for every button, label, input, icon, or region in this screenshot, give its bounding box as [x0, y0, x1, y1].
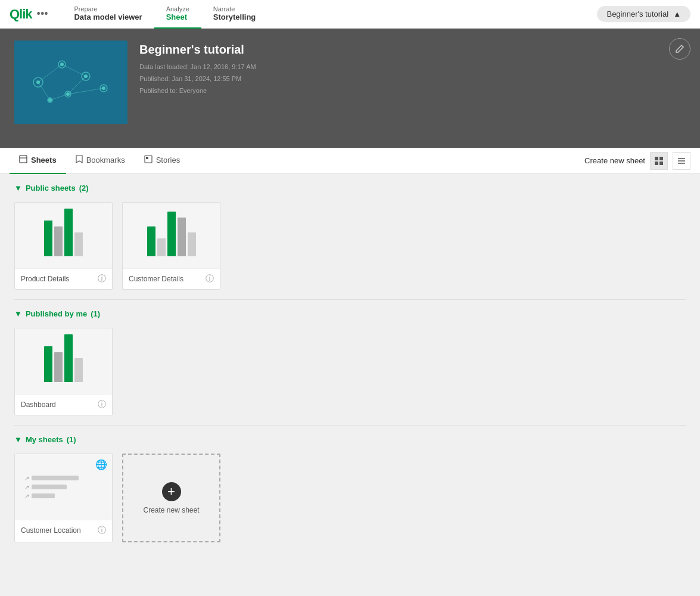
bar — [64, 334, 73, 382]
published-by-me-header[interactable]: ▼ Published by me (1) — [14, 309, 686, 318]
svg-point-17 — [102, 86, 105, 90]
dashboard-chart — [32, 340, 95, 382]
customer-location-thumbnail: 🌐 ↗ ↗ ↗ — [15, 454, 112, 520]
published-by-me-label: Published by me — [26, 309, 87, 318]
dashboard-info-icon[interactable]: ⓘ — [98, 399, 106, 410]
public-sheets-header[interactable]: ▼ Public sheets (2) — [14, 184, 686, 193]
nav-label-prepare: Prepare — [74, 5, 142, 13]
nav-dots[interactable]: ••• — [37, 8, 48, 20]
dashboard-name: Dashboard — [21, 401, 56, 409]
header-info: Beginner's tutorial Data last loaded: Ja… — [139, 41, 256, 97]
top-nav: Qlik ••• Prepare Data model viewer Analy… — [0, 0, 700, 29]
svg-rect-25 — [655, 162, 658, 165]
bar — [64, 209, 73, 256]
nav-section-narrate[interactable]: Narrate Storytelling — [201, 0, 268, 29]
svg-point-16 — [66, 92, 70, 96]
tutorial-pill-arrow: ▲ — [673, 10, 681, 18]
my-sheets-arrow: ▼ — [14, 435, 22, 444]
product-details-chart — [32, 215, 95, 256]
tutorial-pill[interactable]: Beginner's tutorial ▲ — [597, 6, 690, 22]
bookmarks-icon — [76, 155, 83, 165]
thumb-bar-2 — [32, 485, 67, 489]
create-new-sheet-label: Create new sheet — [143, 506, 199, 514]
svg-rect-19 — [20, 156, 27, 163]
customer-details-thumbnail — [123, 203, 220, 268]
customer-details-chart — [135, 215, 208, 256]
header-title: Beginner's tutorial — [139, 43, 256, 57]
edit-button[interactable] — [669, 38, 690, 60]
svg-point-13 — [36, 80, 40, 84]
public-sheets-arrow: ▼ — [14, 184, 22, 193]
tab-sheets[interactable]: Sheets — [10, 148, 66, 174]
sheet-card-customer-location[interactable]: 🌐 ↗ ↗ ↗ — [14, 454, 113, 542]
nav-label-narrate: Narrate — [213, 5, 256, 13]
product-details-thumbnail — [15, 203, 112, 268]
bar — [167, 212, 176, 256]
bar — [74, 358, 83, 382]
tab-stories-label: Stories — [156, 156, 180, 164]
dashboard-footer: Dashboard ⓘ — [15, 394, 112, 415]
svg-rect-24 — [659, 157, 663, 160]
sheet-card-dashboard[interactable]: Dashboard ⓘ — [14, 328, 113, 415]
nav-section-analyze[interactable]: Analyze Sheet — [154, 0, 201, 29]
divider-1 — [14, 299, 686, 300]
header-meta: Data last loaded: Jan 12, 2016, 9:17 AM … — [139, 61, 256, 97]
my-sheets-cards: 🌐 ↗ ↗ ↗ — [14, 454, 686, 542]
row-icon-1: ↗ — [24, 475, 29, 482]
tabs-bar: Sheets Bookmarks Stories Create new shee… — [0, 148, 700, 174]
header-data-loaded: Data last loaded: Jan 12, 2016, 9:17 AM — [139, 61, 256, 73]
create-new-sheet-card[interactable]: + Create new sheet — [122, 454, 220, 542]
sheet-card-product-details[interactable]: Product Details ⓘ — [14, 202, 113, 290]
customer-details-name: Customer Details — [129, 275, 183, 283]
view-grid-button[interactable] — [650, 152, 668, 170]
header-banner: Beginner's tutorial Data last loaded: Ja… — [0, 29, 700, 148]
tab-bookmarks-label: Bookmarks — [86, 156, 125, 164]
thumb-row-1: ↗ — [24, 475, 102, 482]
published-by-me-arrow: ▼ — [14, 309, 22, 318]
qlik-logo-text: Qlik — [10, 7, 32, 22]
view-list-button[interactable] — [673, 152, 690, 170]
customer-location-rows: ↗ ↗ ↗ — [24, 475, 102, 499]
qlik-logo[interactable]: Qlik ••• — [10, 7, 48, 22]
product-details-info-icon[interactable]: ⓘ — [98, 274, 106, 284]
bar — [54, 226, 63, 256]
customer-location-name: Customer Location — [21, 526, 81, 535]
published-by-me-cards: Dashboard ⓘ — [14, 328, 686, 415]
bar — [44, 221, 52, 256]
row-icon-2: ↗ — [24, 484, 29, 491]
main-content: ▼ Public sheets (2) Product Details ⓘ — [0, 174, 700, 552]
customer-location-info-icon[interactable]: ⓘ — [98, 525, 106, 536]
svg-rect-22 — [146, 157, 148, 159]
my-sheets-header[interactable]: ▼ My sheets (1) — [14, 435, 686, 444]
nav-section-prepare[interactable]: Prepare Data model viewer — [62, 0, 154, 29]
svg-rect-26 — [659, 162, 663, 165]
create-new-sheet-icon: + — [162, 482, 181, 501]
nav-label-analyze: Analyze — [166, 5, 189, 13]
divider-2 — [14, 425, 686, 426]
create-sheet-link[interactable]: Create new sheet — [584, 156, 645, 165]
tab-bookmarks[interactable]: Bookmarks — [66, 148, 135, 174]
sheets-icon — [19, 155, 27, 165]
my-sheets-label: My sheets — [26, 435, 63, 444]
thumb-row-3: ↗ — [24, 493, 102, 499]
public-sheets-label: Public sheets — [26, 184, 76, 193]
svg-rect-0 — [14, 41, 127, 124]
public-sheets-cards: Product Details ⓘ Customer Details ⓘ — [14, 202, 686, 290]
row-icon-3: ↗ — [24, 493, 29, 499]
my-sheets-count: (1) — [67, 435, 76, 444]
thumb-row-2: ↗ — [24, 484, 102, 491]
svg-point-15 — [84, 74, 88, 78]
thumb-bar-3 — [32, 493, 55, 498]
bar — [147, 226, 155, 256]
customer-details-info-icon[interactable]: ⓘ — [206, 274, 214, 284]
thumb-bar-1 — [32, 476, 78, 480]
product-details-footer: Product Details ⓘ — [15, 268, 112, 289]
tabs-actions: Create new sheet — [584, 152, 690, 170]
globe-icon: 🌐 — [95, 459, 107, 470]
nav-sublabel-analyze: Sheet — [166, 13, 189, 21]
svg-point-14 — [60, 63, 64, 66]
tab-stories[interactable]: Stories — [135, 148, 189, 174]
bar — [74, 232, 83, 256]
sheet-card-customer-details[interactable]: Customer Details ⓘ — [122, 202, 220, 290]
bar — [188, 232, 196, 256]
